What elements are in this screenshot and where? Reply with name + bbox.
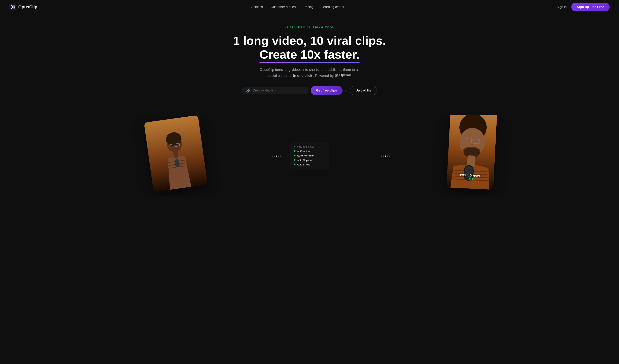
dot-r2 <box>383 155 384 157</box>
feature-ai-curation: AI Curation <box>294 150 325 153</box>
video-thumbnail-left <box>144 115 208 192</box>
hero-subtitle: OpusClip turns long videos into shorts, … <box>255 67 364 79</box>
person-left <box>144 115 208 192</box>
nav-learning-center[interactable]: Learning center <box>321 5 344 9</box>
video-card-left <box>144 115 208 192</box>
dots-left <box>272 155 281 157</box>
navbar-right: Sign in Sign up · It's Free <box>557 3 610 11</box>
search-container: 🔗 Get free clips or Upload file <box>4 86 615 95</box>
svg-rect-23 <box>467 155 476 166</box>
feature-dot-1 <box>294 146 295 147</box>
video-input-wrapper[interactable]: 🔗 <box>242 87 308 94</box>
dot-2 <box>274 155 275 157</box>
feature-dot-3 <box>294 155 295 156</box>
feature-label-5: Auto B-rolls <box>297 163 310 166</box>
feature-dot-5 <box>294 164 295 165</box>
feature-dot-2 <box>294 150 295 152</box>
brand-name: OpusClip <box>18 4 37 10</box>
link-icon: 🔗 <box>246 88 251 93</box>
openai-label: OpenAI <box>339 72 351 78</box>
feature-auto-caption: Auto Caption <box>294 158 325 161</box>
svg-point-2 <box>12 6 14 8</box>
svg-line-10 <box>174 145 175 145</box>
hero-title: 1 long video, 10 viral clips. Create 10x… <box>222 34 397 61</box>
signin-link[interactable]: Sign in <box>557 5 567 9</box>
hero-subtitle-powered: . Powered by <box>313 74 334 78</box>
video-thumbnail-right: WOULD HAVE DID <box>447 115 497 190</box>
hero-badge: #1 AI VIDEO CLIPPING TOOL <box>4 26 615 29</box>
dot-r5 <box>389 155 390 157</box>
nav-business[interactable]: Business <box>250 5 263 9</box>
openai-badge: OpenAI <box>335 72 351 78</box>
dot-r1 <box>381 155 382 157</box>
feature-list-overlay: Viral Templates AI Curation Auto Reframe… <box>290 142 329 169</box>
video-card-right: WOULD HAVE DID <box>447 115 497 190</box>
nav-customer-stories[interactable]: Customer stories <box>271 5 296 9</box>
hero-title-part1: 1 long video, 10 viral clips. <box>233 34 386 47</box>
nav-pricing[interactable]: Pricing <box>303 5 314 9</box>
caption-overlay: WOULD HAVE DID <box>460 173 481 182</box>
video-link-input[interactable] <box>253 89 304 92</box>
dot-r4 <box>387 155 388 157</box>
or-separator: or <box>345 89 348 92</box>
signup-button[interactable]: Sign up · It's Free <box>571 3 610 11</box>
nav-links: Business Customer stories Pricing Learni… <box>250 5 345 9</box>
get-free-clips-button[interactable]: Get free clips <box>311 86 343 95</box>
hero-title-part2: Create 10x faster. <box>259 47 360 61</box>
hero-subtitle-bold: in one click <box>293 74 312 78</box>
feature-label-3: Auto Reframe <box>297 154 314 157</box>
upload-file-button[interactable]: Upload file <box>350 86 377 95</box>
dot-3 <box>276 155 277 157</box>
feature-auto-brolls: Auto B-rolls <box>294 163 325 166</box>
dot-4 <box>278 155 279 157</box>
video-cards-section: Viral Templates AI Curation Auto Reframe… <box>0 115 619 196</box>
feature-label-2: AI Curation <box>297 150 310 153</box>
caption-green-word: DID <box>467 177 473 181</box>
feature-viral-templates: Viral Templates <box>294 145 325 148</box>
openai-icon <box>335 74 338 77</box>
feature-dot-4 <box>294 159 295 161</box>
hero-section: #1 AI VIDEO CLIPPING TOOL 1 long video, … <box>0 14 619 115</box>
feature-auto-reframe: Auto Reframe <box>294 154 325 157</box>
dot-r3 <box>385 155 386 157</box>
dot-5 <box>280 155 281 157</box>
dots-right <box>381 155 390 157</box>
navbar: OpusClip Business Customer stories Prici… <box>0 0 619 14</box>
feature-label-1: Viral Templates <box>297 145 314 148</box>
logo-link[interactable]: OpusClip <box>9 3 37 11</box>
feature-label-4: Auto Caption <box>297 158 312 161</box>
dot-1 <box>272 155 273 157</box>
logo-icon <box>9 3 16 11</box>
